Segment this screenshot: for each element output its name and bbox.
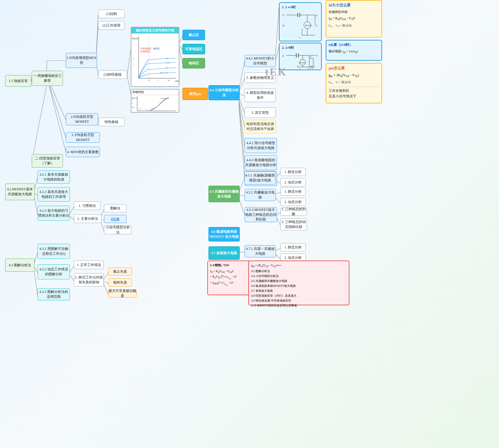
method2-label: 2. 主要分析法 [77, 216, 98, 221]
work-static-label: 2. 静态工作点对波形失真的影响 [74, 275, 103, 285]
dynamic1-label: 2. 动态分析 [284, 180, 302, 185]
max-out-label: 最大不失真输出幅度 [109, 289, 136, 298]
graph-method-node: 图解法 [104, 204, 126, 212]
mosfet43-node: 4.3 图解分析法 [5, 259, 35, 272]
fet-node: 一.绝缘栅场效应三极管 [32, 71, 63, 86]
struct-node: (1)结构 [98, 10, 125, 18]
svg-text:vDSQ=5V: vDSQ=5V [160, 97, 169, 100]
method1-label: 1. 习惯画法 [79, 203, 96, 208]
work-normal-label: 1. 正常工作情况 [77, 263, 101, 267]
sat-dist-label: 饱和失真 [113, 280, 127, 285]
static4-node: 1. 静态分析 [280, 243, 306, 251]
svg-text:C: C [145, 108, 147, 111]
rds-formula-eq: 输出电阻 rds = 1/(λiD) [329, 49, 379, 55]
cap-dc-node: 电容和直流电压源对交流相当于短路 [245, 120, 276, 133]
mosfet423-label: 4.2.3 放大电路的习惯画法和主要分析法 [38, 208, 70, 218]
small-signal-node: 小信号模型分析法 [104, 226, 131, 234]
dynamic4-label: 2. 动态分析 [284, 255, 302, 260]
mosfet442-node: 4.4.2 用小信号模型分析共源放大电路 [245, 138, 277, 153]
mosfet442-label: 4.4.2 用小信号模型分析共源放大电路 [245, 141, 277, 150]
svg-text:2: 2 [133, 58, 134, 60]
struct-label: (1)结构 [106, 12, 117, 16]
svg-line-36 [239, 99, 245, 128]
svg-line-6 [32, 85, 47, 162]
model-prereq-node: 4. 模型应用的前提条件 [245, 89, 276, 102]
svg-line-43 [239, 195, 245, 196]
svg-line-19 [69, 207, 74, 215]
svg-rect-107 [309, 58, 313, 66]
nmos-enhance-label: 1.N沟道增强型MOS管 [66, 55, 97, 65]
svg-line-38 [239, 103, 245, 163]
chart-output-box: 输出特性及大信号特性方程 vDS/V iD/mA 可变电阻区 (非饱和区) 饱和… [131, 27, 179, 87]
svg-line-20 [69, 216, 74, 220]
nmos-deplete-node: 2.N沟道耗尽型MOSFET [66, 113, 98, 125]
svg-text:rds: rds [308, 55, 311, 58]
static2-label: 1. 静态分析 [284, 189, 302, 194]
edge-method-node: #边缘 [104, 215, 126, 223]
max-out-node: 最大不失真输出幅度 [108, 289, 137, 298]
lambda0-box: 1. λ＝0时 G D d g s gmvgs [279, 2, 322, 41]
svg-line-32 [239, 62, 245, 90]
svg-line-33 [239, 78, 245, 92]
svg-text:1: 1 [132, 102, 133, 104]
work-normal-node: 1. 正常工作情况 [74, 261, 104, 269]
mosfet46-label: 4.6 集成电路单级MOSFET 放大电路 [209, 229, 239, 239]
mosfet421-node: 4.2.1 基本共源极放大电路的组成 [38, 170, 70, 184]
mosfet452-label: 4.5.2 共栅极放大电路 [245, 190, 275, 200]
cutoff-label: 截止区 [189, 33, 199, 38]
svg-line-14 [127, 49, 131, 75]
mosfet422-label: 4.2.2 基本共源放大电路的工作原理 [38, 189, 70, 199]
static1-node: 1. 静态分析 [280, 168, 306, 176]
svg-line-35 [239, 97, 245, 113]
mosfet422-node: 4.2.2 基本共源放大电路的工作原理 [38, 187, 70, 202]
svg-text:10: 10 [167, 79, 170, 81]
dynamic1-node: 2. 动态分析 [280, 178, 306, 186]
summary-list-box: gm = 2Kn(VGS - VTn) ⟵ 4.3 图解分析法 4.4 小信号模… [248, 261, 349, 305]
mosfet431-node: 4.3.1 用图解方法确定静态工作点Q [38, 244, 70, 259]
pmos-deplete-label: 3. P沟道耗尽型MOSFET [66, 133, 100, 142]
static2-node: 1. 静态分析 [280, 187, 306, 196]
id-formula-note: Kn、VT一般会给 [329, 23, 379, 29]
svg-text:1: 1 [133, 64, 134, 66]
id-formula-box: id大小怎么算 在饱和区内有 iD = Kn(vGS - VT)² Kn、VT一… [326, 0, 382, 38]
mosfet433-label: 4.3.3 图解分析法的适用范围 [38, 289, 70, 299]
lambdane0-circuit: g d s rds 0.1v iD gmvgs [282, 51, 322, 71]
mos-params-label: 4. MOS管的主要参数 [67, 150, 99, 155]
mosfet453-node: 4.5.3 MOSFET放大电路三种组态的总结和比较 [245, 207, 277, 222]
svg-text:vGS=1.5V: vGS=1.5V [160, 71, 168, 74]
method1-node: 1. 习惯画法 [74, 201, 100, 210]
mosfet452-node: 4.5.2 共栅极放大电路 [245, 189, 276, 201]
svg-text:2.4V: 2.4V [166, 62, 170, 64]
svg-text:2: 2 [132, 98, 133, 100]
small-signal-label: 小信号模型分析法 [104, 225, 131, 235]
svg-line-40 [275, 8, 279, 62]
mosfet432-node: 4.3.2 动态工作情况的图解分析 [38, 264, 70, 279]
mosfet45-label: 4.5 共漏极和共栅极放大电路 [209, 189, 239, 199]
nmos-enhance-node: 1.N沟道增强型MOS管 [66, 53, 97, 68]
svg-line-15 [127, 75, 131, 94]
nmos-deplete-label: 2.N沟道耗尽型MOSFET [66, 114, 98, 124]
id-formula-eq: iD = Kn(vGS - VT)² [329, 16, 379, 22]
gm-formula-eq: gm = 2Kn(VGS - VTn) [329, 73, 379, 79]
svg-text:g: g [316, 14, 317, 16]
mosfet47-label: 4.7 多级放大电路 [211, 251, 237, 256]
charcurve-node: (3)特性曲线 [98, 70, 127, 79]
gm-formula-title: gm怎么算 [329, 65, 379, 71]
id-formula-title: id大小怎么算 [329, 2, 379, 8]
mosfet451-node: 4.5.1 共漏极(源极跟随器)放大电路 [245, 171, 276, 185]
variable-r-node: 可变电阻区 [183, 44, 205, 54]
svg-line-27 [69, 266, 74, 273]
output-char-svg: vDS/V iD/mA 可变电阻区 (非饱和区) 饱和区 3V 2.4V 2V … [131, 34, 179, 84]
svg-text:(非饱和区): (非饱和区) [140, 50, 151, 53]
cap-dc-label: 电容和直流电压源对交流相当于短路 [245, 122, 275, 131]
chart-transfer-title: 转移特性 [131, 90, 179, 95]
dynamic3-node: 2. 三种组态的动态指标比较 [280, 218, 307, 230]
charcurve2-label: 特性曲线 [105, 120, 118, 124]
jfet-node: 二.结型场效应管（了解） [32, 154, 63, 168]
svg-line-37 [239, 101, 245, 146]
mosfet441-label: 4.4.1 MOSFET的小信号模型 [245, 56, 275, 66]
lambdane0-title: 2. λ≠0时 [282, 45, 319, 51]
mosfet42-node: 4.2 MOSFET基本共源极放大电路 [5, 183, 35, 200]
work-static-node: 2. 静态工作点对波形失真的影响 [74, 273, 104, 287]
mosfet451-label: 4.5.1 共漏极(源极跟随器)放大电路 [245, 173, 275, 183]
